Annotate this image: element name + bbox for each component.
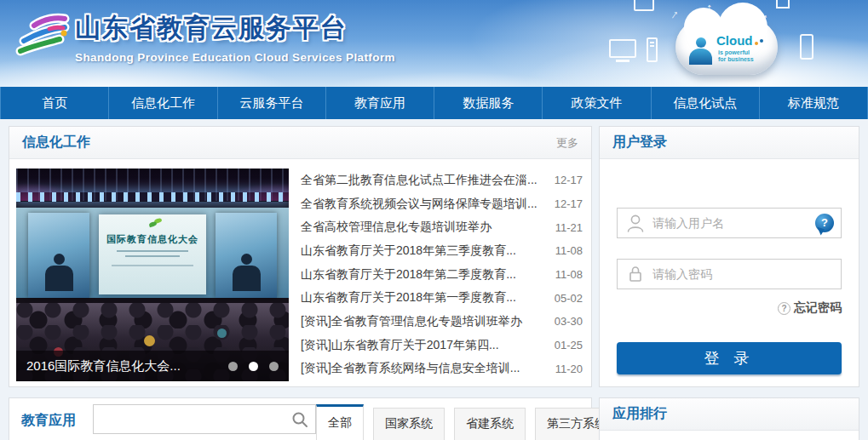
checkbox-icon — [776, 0, 790, 9]
speaker-silhouette — [43, 254, 74, 291]
news-link[interactable]: 全省高校管理信息化专题培训班举办 — [301, 220, 545, 235]
panel-title: 应用排行 — [612, 405, 667, 423]
monitor-icon — [609, 39, 636, 58]
news-date: 05-02 — [555, 292, 583, 305]
news-item: 全省高校管理信息化专题培训班举办11-21 — [301, 215, 583, 239]
panel-title: 用户登录 — [612, 134, 667, 151]
carousel-dots — [228, 362, 279, 371]
main-nav: 首页 信息化工作 云服务平台 教育应用 数据服务 政策文件 信息化试点 标准规范 — [0, 87, 868, 119]
news-list: 全省第二批教育信息化试点工作推进会在淄...12-17 全省教育系统视频会议与网… — [296, 169, 584, 381]
person-silhouette-icon — [689, 37, 712, 65]
news-item: 山东省教育厅关于2018年第一季度教育...05-02 — [301, 286, 583, 310]
app-ranking-panel: 应用排行 — [599, 397, 859, 440]
informatization-news-panel: 信息化工作 更多 国际教育信息化大会 — [9, 126, 592, 387]
username-input[interactable] — [652, 216, 832, 230]
carousel-photo-left-screen — [28, 213, 89, 298]
news-link[interactable]: [资讯]山东省教育厅关于2017年第四... — [301, 338, 544, 353]
smartphone-icon — [800, 34, 813, 60]
news-item: [资讯]全省教育系统网络与信息安全培训...11-20 — [301, 357, 583, 381]
apps-tabs: 全部 国家系统 省建系统 第三方系统 — [316, 404, 618, 440]
forgot-password-link[interactable]: ? 忘记密码 — [617, 300, 842, 316]
panel-title: 信息化工作 — [22, 134, 90, 151]
page: 山东省教育云服务平台 Shandong Province Education C… — [0, 0, 868, 440]
panel-title: 教育应用 — [21, 412, 88, 430]
cloud-graphic: Cloud is powerful for business — [675, 19, 778, 75]
news-date: 11-21 — [555, 221, 583, 234]
banner-text-line — [117, 250, 188, 252]
nav-item-informatization-work[interactable]: 信息化工作 — [109, 87, 217, 119]
site-subtitle: Shandong Province Education Cloud Servic… — [75, 51, 395, 64]
news-link[interactable]: [资讯]全省教育系统网络与信息安全培训... — [301, 361, 545, 376]
forgot-password-label: 忘记密码 — [794, 300, 842, 316]
carousel-dot-2-active[interactable] — [249, 362, 258, 371]
nav-item-cloud-service-platform[interactable]: 云服务平台 — [218, 87, 326, 119]
news-carousel[interactable]: 国际教育信息化大会 2016国际教育信息化大会... — [16, 169, 289, 381]
carousel-caption[interactable]: 2016国际教育信息化大会... — [26, 358, 181, 374]
news-date: 11-08 — [555, 268, 583, 281]
speaker-silhouette — [231, 254, 262, 291]
nav-item-policy-documents[interactable]: 政策文件 — [543, 87, 651, 119]
news-item: [资讯]全省教育管理信息化专题培训班举办03-30 — [301, 310, 583, 334]
panel-header: 信息化工作 更多 — [9, 127, 591, 159]
tab-all[interactable]: 全部 — [316, 404, 364, 440]
education-apps-panel: 教育应用 全部 国家系统 省建系统 第三方系统 — [9, 397, 592, 440]
news-date: 11-08 — [555, 244, 583, 257]
news-link[interactable]: 山东省教育厅关于2018年第三季度教育... — [301, 243, 545, 259]
password-input[interactable] — [652, 267, 832, 281]
hero-cloud-art: ↑ ↑ ↑ Cloud is powerful for business — [587, 0, 868, 87]
audience-accent — [144, 335, 155, 346]
cloud-sublabel: is powerful for business — [718, 49, 754, 63]
panel-header: 应用排行 — [600, 398, 859, 431]
panel-header: 用户登录 — [600, 127, 859, 159]
user-login-panel: 用户登录 ? — [599, 126, 859, 387]
banner-text-line — [112, 265, 193, 266]
username-field-row: ? — [617, 208, 842, 238]
news-link[interactable]: 全省教育系统视频会议与网络保障专题培训... — [301, 197, 544, 212]
apps-search-input[interactable] — [94, 405, 315, 433]
leaf-logo-icon — [148, 221, 157, 228]
audience-accent — [217, 329, 227, 338]
login-button[interactable]: 登 录 — [617, 342, 842, 374]
news-item: 全省教育系统视频会议与网络保障专题培训...12-17 — [301, 192, 583, 216]
hero-banner: 山东省教育云服务平台 Shandong Province Education C… — [0, 0, 868, 87]
news-link[interactable]: 全省第二批教育信息化试点工作推进会在淄... — [301, 173, 544, 188]
nav-item-home[interactable]: 首页 — [0, 87, 109, 119]
banner-text-line — [125, 255, 180, 257]
news-item: 山东省教育厅关于2018年第二季度教育...11-08 — [301, 263, 583, 287]
site-logo-icon — [12, 9, 72, 61]
question-circle-icon: ? — [778, 302, 790, 315]
carousel-caption-bar: 2016国际教育信息化大会... — [16, 351, 289, 381]
cloud-dots-icon — [755, 42, 758, 45]
news-date: 11-20 — [555, 363, 583, 375]
computer-tower-icon — [647, 37, 658, 62]
news-link[interactable]: 山东省教育厅关于2018年第一季度教育... — [301, 290, 544, 306]
site-title: 山东省教育云服务平台 — [75, 11, 395, 46]
news-item: [资讯]山东省教育厅关于2017年第四...01-25 — [301, 334, 583, 357]
more-link[interactable]: 更多 — [556, 135, 578, 151]
mini-monitor-icon — [634, 0, 654, 11]
news-link[interactable]: 山东省教育厅关于2018年第二季度教育... — [301, 267, 545, 283]
news-date: 12-17 — [555, 174, 583, 186]
carousel-dot-3[interactable] — [269, 362, 279, 371]
banner-title: 国际教育信息化大会 — [99, 233, 206, 246]
news-date: 01-25 — [555, 339, 583, 351]
nav-item-informatization-pilot[interactable]: 信息化试点 — [652, 87, 760, 119]
help-bubble-icon[interactable]: ? — [815, 214, 834, 232]
carousel-dot-1[interactable] — [228, 362, 238, 371]
news-item: 山东省教育厅关于2018年第三季度教育...11-08 — [301, 239, 583, 263]
news-item: 全省第二批教育信息化试点工作推进会在淄...12-17 — [301, 169, 583, 192]
apps-search-box — [93, 404, 316, 434]
nav-item-data-services[interactable]: 数据服务 — [434, 87, 543, 119]
search-icon[interactable] — [291, 411, 308, 428]
password-field-row — [617, 259, 842, 289]
user-icon — [626, 213, 645, 233]
tab-provincial-systems[interactable]: 省建系统 — [454, 408, 526, 440]
carousel-photo-lightbar — [16, 192, 289, 202]
carousel-photo-center-banner: 国际教育信息化大会 — [99, 214, 206, 294]
news-link[interactable]: [资讯]全省教育管理信息化专题培训班举办 — [301, 314, 544, 329]
nav-item-education-apps[interactable]: 教育应用 — [326, 87, 434, 119]
tab-national-systems[interactable]: 国家系统 — [373, 408, 445, 440]
nav-item-standards[interactable]: 标准规范 — [760, 87, 868, 119]
news-date: 03-30 — [555, 315, 583, 328]
news-date: 12-17 — [555, 197, 583, 210]
